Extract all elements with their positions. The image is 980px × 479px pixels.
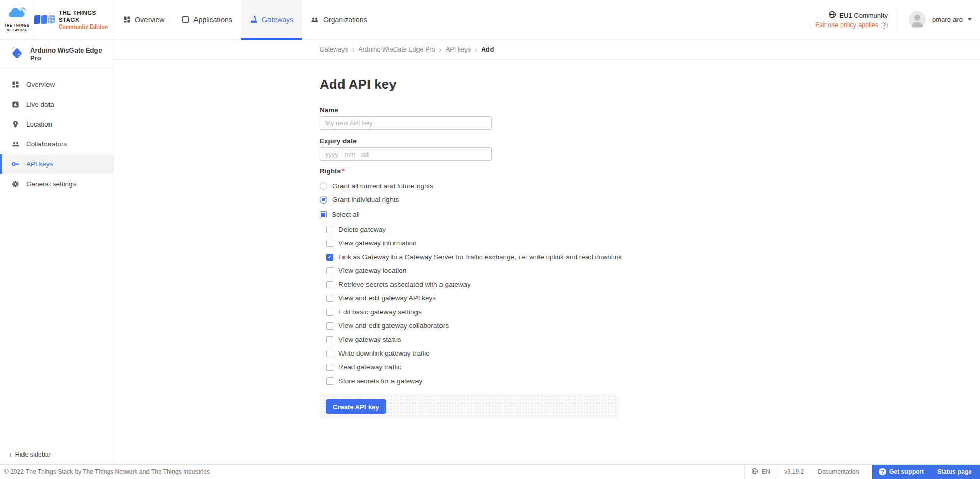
sidebar-item-general-settings[interactable]: General settings — [0, 174, 114, 194]
ttn-logo-text: THE THINGS NETWORK — [4, 23, 29, 32]
breadcrumb-api-keys[interactable]: API keys — [446, 46, 471, 53]
checkbox-row[interactable]: Read gateway traffic — [326, 360, 980, 374]
ttn-logo[interactable]: THE THINGS NETWORK — [0, 0, 34, 39]
checkbox-row[interactable]: Delete gateway — [326, 222, 980, 236]
get-support-link[interactable]: ? Get support — [872, 465, 930, 479]
tab-overview[interactable]: Overview — [114, 0, 173, 39]
tab-gateways[interactable]: Gateways — [241, 0, 302, 39]
user-menu[interactable]: pmarq-ard — [909, 11, 972, 29]
checkbox-row[interactable]: View and edit gateway collaborators — [326, 319, 980, 333]
cluster-region: EU1 — [839, 12, 852, 19]
breadcrumb-entity[interactable]: Arduino WisGate Edge Pro — [358, 46, 435, 53]
checkbox[interactable] — [326, 240, 333, 247]
globe-icon — [751, 468, 758, 476]
tts-logo-text: THE THINGS STACK Community Edition — [59, 9, 114, 31]
name-input[interactable] — [320, 116, 492, 130]
checkbox[interactable] — [326, 350, 333, 357]
sidebar-item-live-data[interactable]: Live data — [0, 94, 114, 114]
sidebar-item-label: Location — [26, 120, 52, 128]
checkbox[interactable] — [326, 281, 333, 288]
checkbox-label: Select all — [332, 211, 360, 218]
select-all-checkbox[interactable] — [320, 211, 327, 218]
header-divider — [898, 9, 898, 31]
create-api-key-button[interactable]: Create API key — [326, 399, 386, 414]
checkbox-row[interactable]: Retrieve secrets associated with a gatew… — [326, 278, 980, 291]
checkbox[interactable] — [326, 309, 333, 316]
checkbox[interactable] — [326, 295, 333, 302]
checkbox-row[interactable]: Store secrets for a gateway — [326, 374, 980, 388]
radio-label: Grant individual rights — [332, 196, 399, 204]
app-window: THE THINGS NETWORK THE THINGS STACK Comm… — [0, 0, 980, 479]
checkbox[interactable] — [326, 364, 333, 371]
grant-type-group: Grant all current and future rights Gran… — [320, 179, 980, 207]
form-submit-bar: Create API key — [320, 395, 618, 418]
tts-logo[interactable]: THE THINGS STACK Community Edition — [34, 0, 114, 39]
radio-row[interactable]: Grant all current and future rights — [320, 179, 980, 193]
fair-use-link[interactable]: Fair use policy applies — [815, 21, 878, 29]
page-title: Add API key — [320, 77, 980, 92]
tts-flags-icon — [34, 15, 55, 24]
checkbox-row[interactable]: View gateway information — [326, 236, 980, 250]
checkbox[interactable] — [326, 377, 333, 385]
radio-row[interactable]: Grant individual rights — [320, 193, 980, 207]
select-all-row[interactable]: Select all — [320, 208, 980, 221]
help-icon[interactable]: ? — [881, 22, 888, 29]
checkbox-row[interactable]: View and edit gateway API keys — [326, 291, 980, 305]
tab-organizations[interactable]: Organizations — [302, 0, 376, 39]
cluster-selector[interactable]: EU1 Community Fair use policy applies ? — [815, 11, 888, 29]
documentation-link[interactable]: Documentation — [811, 465, 866, 479]
checkbox-row[interactable]: View gateway location — [326, 264, 980, 278]
question-bubble-icon: ? — [879, 468, 886, 475]
sidebar-item-overview[interactable]: Overview — [0, 74, 114, 94]
expiry-date-label: Expiry date — [320, 137, 980, 145]
breadcrumb-gateways[interactable]: Gateways — [320, 46, 348, 53]
checkbox-label: Edit basic gateway settings — [338, 308, 422, 316]
status-page-label: Status page — [937, 468, 972, 475]
name-label: Name — [320, 106, 980, 114]
sidebar-item-api-keys[interactable]: API keys — [0, 154, 114, 174]
gateway-router-icon — [250, 16, 258, 24]
footer-support-zone: ? Get support Status page — [872, 465, 980, 479]
checkbox-label: Write downlink gateway traffic — [338, 349, 429, 357]
main-nav: Overview Applications — [114, 0, 376, 39]
status-page-link[interactable]: Status page — [930, 465, 980, 479]
rights-label: Rights* — [320, 167, 980, 175]
radio-button[interactable] — [320, 196, 327, 204]
checkbox[interactable] — [326, 254, 333, 261]
location-pin-icon — [11, 120, 20, 128]
breadcrumb: Gateways › Arduino WisGate Edge Pro › AP… — [114, 40, 980, 60]
checkbox[interactable] — [326, 322, 333, 330]
checkbox[interactable] — [326, 267, 333, 274]
get-support-label: Get support — [889, 468, 924, 475]
radio-button[interactable] — [320, 182, 327, 190]
expiry-date-input[interactable] — [320, 147, 492, 161]
breadcrumb-add: Add — [481, 46, 494, 53]
gateway-entity-icon — [10, 46, 24, 62]
checkbox-label: Retrieve secrets associated with a gatew… — [338, 281, 471, 288]
checkbox-label: View and edit gateway API keys — [338, 294, 436, 302]
checkbox-label: Delete gateway — [338, 225, 386, 233]
checkbox-row[interactable]: Edit basic gateway settings — [326, 305, 980, 319]
checkbox-row[interactable]: Link as Gateway to a Gateway Server for … — [326, 250, 980, 264]
checkbox-label: Store secrets for a gateway — [338, 377, 422, 385]
entity-name: Arduino WisGate Edge Pro — [30, 46, 107, 62]
sidebar: Arduino WisGate Edge Pro Overview — [0, 40, 114, 464]
hide-sidebar-button[interactable]: ‹ Hide sidebar — [9, 451, 51, 458]
checkbox-row[interactable]: View gateway status — [326, 333, 980, 346]
copyright-text: © 2022 The Things Stack by The Things Ne… — [4, 465, 210, 479]
tab-label: Gateways — [262, 16, 293, 24]
cluster-name: Community — [854, 12, 888, 19]
chevron-right-icon: › — [475, 45, 477, 54]
people-icon — [11, 140, 20, 148]
ttn-cloud-icon — [7, 7, 27, 22]
live-data-chart-icon — [11, 100, 20, 108]
avatar — [909, 11, 926, 29]
checkbox[interactable] — [326, 226, 333, 233]
sidebar-item-collaborators[interactable]: Collaborators — [0, 134, 114, 154]
checkbox-row[interactable]: Write downlink gateway traffic — [326, 346, 980, 360]
tab-applications[interactable]: Applications — [173, 0, 241, 39]
sidebar-item-location[interactable]: Location — [0, 114, 114, 134]
language-selector[interactable]: EN — [744, 465, 777, 479]
add-api-key-page: Add API key Name Expiry date Rights* Gra… — [114, 77, 980, 418]
checkbox[interactable] — [326, 336, 333, 343]
